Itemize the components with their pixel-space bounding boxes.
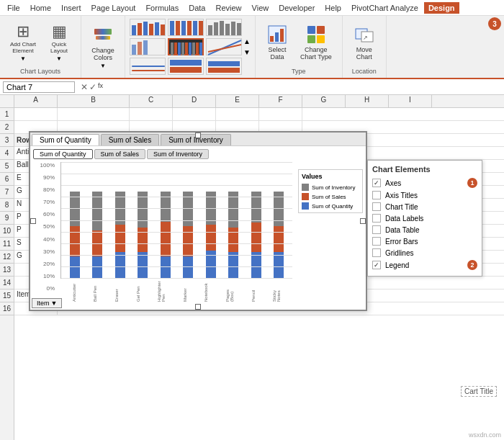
- bar-group-sticky: [269, 192, 290, 278]
- legend-label: Legend: [385, 261, 409, 269]
- chart-style-2[interactable]: [168, 19, 204, 36]
- row-15: 15: [0, 289, 14, 302]
- menu-view[interactable]: View: [248, 2, 274, 14]
- gallery-scroll-down[interactable]: ▼: [243, 48, 251, 56]
- chart-tab-sales[interactable]: Sum of Sales: [101, 134, 159, 145]
- chart-title-label: Chart Title: [385, 203, 418, 211]
- menu-help[interactable]: Help: [320, 2, 346, 14]
- svg-rect-26: [189, 42, 192, 55]
- add-chart-element-button[interactable]: ⊞ Add ChartElement ▼: [6, 21, 40, 65]
- change-chart-type-button[interactable]: ChangeChart Type: [296, 22, 336, 63]
- chart-elements-title: Chart Elements: [372, 165, 477, 174]
- resize-handle-right[interactable]: [360, 218, 366, 224]
- chart-plot: Anticutter Ball Pen Eraser Gel Pen Highl…: [60, 162, 292, 302]
- bar-group-notebook: [200, 192, 222, 278]
- menu-pivotchart-analyze[interactable]: PivotChart Analyze: [347, 2, 423, 14]
- gallery-scroll-up[interactable]: ▲: [243, 37, 251, 45]
- quick-layout-label: QuickLayout: [50, 41, 68, 54]
- bar-group-highlighter: [155, 192, 176, 278]
- col-header-a: A: [14, 95, 58, 107]
- menu-design[interactable]: Design: [424, 2, 459, 14]
- error-bars-checkbox[interactable]: [372, 237, 381, 246]
- svg-rect-18: [132, 45, 136, 55]
- svg-rect-16: [231, 22, 235, 35]
- chart-title-checkbox[interactable]: [372, 202, 381, 211]
- formula-input[interactable]: [109, 82, 501, 92]
- menu-formulas[interactable]: Formulas: [141, 2, 183, 14]
- resize-handle-top[interactable]: [195, 133, 201, 138]
- col-header-d: D: [173, 95, 216, 107]
- row-16: 16: [0, 302, 14, 315]
- legend-badge: 2: [467, 260, 477, 270]
- axes-checkbox[interactable]: [372, 179, 381, 187]
- row-7: 7: [0, 186, 14, 199]
- chart-inner-tab-inventory[interactable]: Sum of Inventory: [147, 149, 209, 159]
- chart-inner-tab-sales[interactable]: Sum of Sales: [94, 149, 146, 159]
- chart-style-9[interactable]: [206, 58, 242, 75]
- chart-style-6[interactable]: [206, 38, 242, 55]
- cancel-icon[interactable]: ✕: [81, 82, 88, 92]
- menu-data[interactable]: Data: [184, 2, 210, 14]
- legend-label-inventory: Sum of Inventory: [312, 184, 355, 191]
- location-group-title: Location: [352, 68, 377, 75]
- formula-bar: ✕ ✓ fx: [0, 79, 504, 95]
- chart-style-7[interactable]: [130, 58, 166, 75]
- chart-style-4[interactable]: [130, 38, 166, 55]
- panel-item-axes: Axes 1: [372, 176, 477, 189]
- menu-insert[interactable]: Insert: [57, 2, 86, 14]
- menu-file[interactable]: File: [3, 2, 24, 14]
- move-chart-button[interactable]: ↗ MoveChart: [348, 22, 380, 63]
- table-row: [14, 108, 504, 121]
- item-field-dropdown[interactable]: ▼: [51, 300, 58, 307]
- axes-label: Axes: [385, 179, 401, 187]
- svg-rect-17: [237, 23, 241, 35]
- row-14: 14: [0, 277, 14, 289]
- legend-color-inventory: [302, 184, 309, 191]
- axis-titles-checkbox[interactable]: [372, 191, 381, 199]
- menu-developer[interactable]: Developer: [274, 2, 319, 14]
- row-3: 3: [0, 134, 14, 147]
- chart-tab-quantity[interactable]: Sum of Quantity: [32, 134, 99, 145]
- chart-style-8[interactable]: [168, 58, 204, 75]
- row-12: 12: [0, 251, 14, 264]
- chart-style-5-selected[interactable]: [168, 38, 204, 55]
- row-8: 8: [0, 199, 14, 212]
- legend-color-quantity: [302, 202, 309, 210]
- confirm-icon[interactable]: ✓: [89, 82, 96, 92]
- legend-checkbox[interactable]: [372, 261, 381, 269]
- legend-label-sales: Sum of Sales: [312, 194, 346, 200]
- bar-group-eraser: [109, 192, 131, 278]
- menu-home[interactable]: Home: [26, 2, 55, 14]
- col-header-f: F: [259, 95, 302, 107]
- svg-rect-24: [181, 42, 184, 55]
- move-chart-label: MoveChart: [356, 46, 372, 60]
- bar-group-anticutter: [64, 192, 86, 278]
- menu-review[interactable]: Review: [211, 2, 246, 14]
- menu-page-layout[interactable]: Page Layout: [87, 2, 140, 14]
- resize-handle-bottom[interactable]: [195, 304, 201, 310]
- resize-handle-left[interactable]: [30, 218, 36, 224]
- name-box[interactable]: [3, 81, 75, 93]
- row-1: 1: [0, 108, 14, 121]
- svg-rect-36: [208, 61, 240, 66]
- chart-inner: Sum of Quantity Sum of Sales Sum of Inve…: [30, 146, 366, 305]
- col-header-g: G: [302, 95, 346, 107]
- gridlines-label: Gridlines: [385, 249, 413, 257]
- axes-badge: 1: [467, 178, 477, 188]
- col-header-e: E: [216, 95, 259, 107]
- item-field-pill[interactable]: Item ▼: [32, 298, 62, 308]
- gridlines-checkbox[interactable]: [372, 248, 381, 257]
- chart-styles-gallery: ▲ ▼: [125, 16, 256, 78]
- svg-rect-2: [143, 22, 148, 35]
- chart-style-1[interactable]: [130, 19, 166, 36]
- svg-rect-34: [170, 60, 202, 66]
- chart-style-3[interactable]: [206, 19, 242, 36]
- select-data-button[interactable]: SelectData: [261, 22, 293, 63]
- data-table-checkbox[interactable]: [372, 225, 381, 234]
- change-colors-button[interactable]: ChangeColors ▼: [87, 21, 119, 72]
- legend-item-sales: Sum of Sales: [302, 193, 359, 200]
- quick-layout-button[interactable]: ▦ QuickLayout ▼: [43, 21, 75, 65]
- data-labels-checkbox[interactable]: [372, 214, 381, 223]
- chart-inner-tab-quantity[interactable]: Sum of Quantity: [33, 149, 93, 159]
- svg-rect-20: [143, 40, 148, 55]
